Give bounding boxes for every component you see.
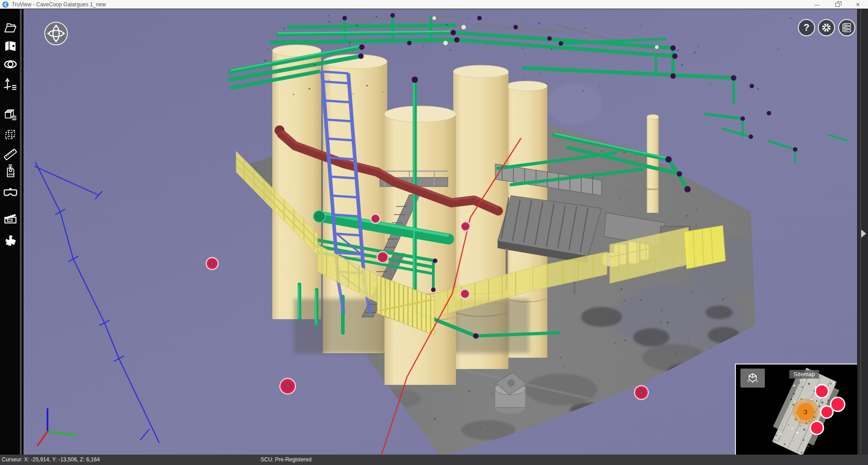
sitemap-panel[interactable]: 3 Sitemap: [735, 364, 857, 455]
cube-list-icon: [3, 107, 18, 122]
status-bar: Curseur: X: -25,914, Y: -13,506, Z: 6,16…: [0, 455, 868, 465]
truview-logo-icon: [2, 1, 9, 8]
settings-gear-icon: [821, 22, 832, 34]
scan-marker[interactable]: [461, 222, 470, 230]
question-mark-icon: ?: [803, 22, 809, 34]
elevation-views-button[interactable]: [2, 76, 19, 93]
orbit-navigation-button[interactable]: [44, 22, 68, 45]
dashed-cube-icon: [3, 127, 18, 143]
scan-marker[interactable]: [461, 290, 469, 298]
orbit-navigation-icon: [46, 24, 66, 43]
panorama-map-icon: [3, 38, 18, 54]
scan-haze: [546, 83, 602, 125]
help-button[interactable]: ?: [798, 19, 815, 36]
visibility-button[interactable]: [2, 56, 19, 73]
current-position-label: 3: [804, 408, 807, 416]
lgsx-download-icon: LGSX: [3, 163, 18, 179]
scu-status: SCU: Pre-Registered: [261, 456, 312, 463]
puzzle-icon: [3, 232, 18, 248]
elevation-axis-icon: [3, 77, 18, 92]
restore-button[interactable]: [827, 0, 848, 9]
open-project-button[interactable]: [2, 19, 19, 36]
clip-box-button[interactable]: [2, 126, 19, 144]
panorama-view-button[interactable]: [2, 38, 19, 55]
cube-views-button[interactable]: [2, 106, 19, 123]
point-cloud-scene[interactable]: [24, 9, 857, 455]
settings-button[interactable]: [818, 19, 835, 36]
ruler-icon: [3, 147, 18, 162]
window-title: TruView - CaveCoop Galargues 1_new: [12, 1, 106, 8]
point-cloud-viewport[interactable]: 3 Sitemap: [24, 9, 857, 455]
scene-list-button[interactable]: [838, 19, 855, 36]
iso-cube-icon: [746, 371, 759, 385]
cursor-coordinates: Curseur: X: -25,914, Y: -13,506, Z: 6,16…: [2, 456, 100, 463]
title-bar: TruView - CaveCoop Galargues 1_new — ✕: [0, 0, 868, 9]
close-button[interactable]: ✕: [848, 0, 868, 9]
scan-marker[interactable]: [280, 379, 295, 393]
eye-icon: [3, 57, 18, 72]
right-panel-rail: [857, 9, 868, 455]
stack-cylinder: [647, 115, 659, 213]
measure-button[interactable]: [2, 146, 19, 163]
sitemap-scan-marker[interactable]: [831, 398, 844, 411]
sitemap-scan-marker[interactable]: [821, 407, 832, 417]
minimize-button[interactable]: —: [807, 0, 827, 9]
export-lgsx-button[interactable]: LGSX: [2, 163, 19, 180]
sitemap-title: Sitemap: [789, 370, 819, 379]
scan-marker[interactable]: [378, 252, 388, 262]
expand-panel-arrow[interactable]: [861, 230, 866, 238]
sitemap-home-view-button[interactable]: [740, 369, 765, 388]
vr-headset-icon: [3, 185, 18, 200]
animation-button[interactable]: [2, 210, 19, 227]
scan-marker[interactable]: [371, 215, 379, 223]
scan-marker[interactable]: [635, 386, 648, 399]
clapperboard-icon: [3, 211, 18, 226]
open-folder-icon: [3, 20, 18, 35]
vr-mode-button[interactable]: [2, 184, 19, 201]
scan-marker[interactable]: [207, 258, 218, 269]
svg-text:LGSX: LGSX: [7, 173, 14, 176]
sitemap-scan-marker[interactable]: [816, 385, 828, 397]
truview-window: TruView - CaveCoop Galargues 1_new — ✕: [0, 0, 868, 465]
scene-stack-icon: [841, 22, 852, 33]
silo: [272, 45, 321, 319]
sitemap-scan-marker[interactable]: [811, 422, 823, 434]
left-toolbar: LGSX: [0, 9, 22, 455]
restore-icon: [835, 3, 840, 7]
plugins-button[interactable]: [2, 231, 19, 249]
